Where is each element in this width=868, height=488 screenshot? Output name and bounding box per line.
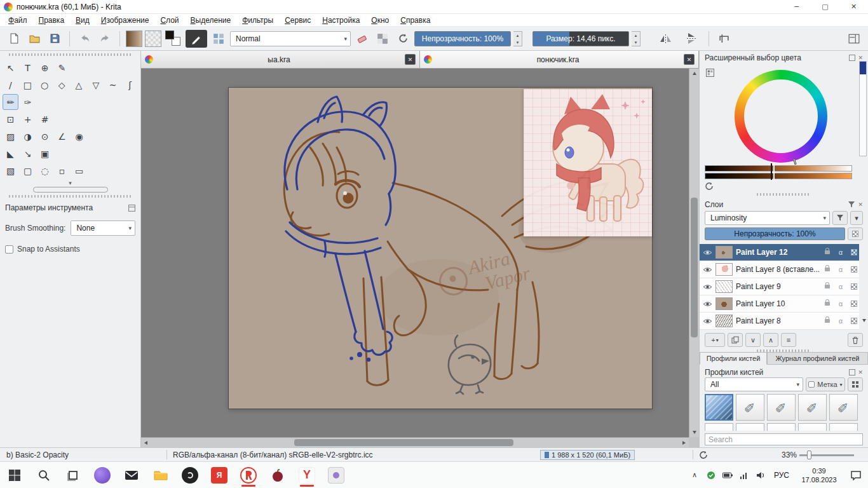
tool-reference-images[interactable]: ▣ [37, 146, 53, 161]
shade-strip-2[interactable] [705, 173, 852, 179]
delete-layer-button[interactable] [848, 333, 863, 347]
saturation-value-triangle[interactable] [735, 70, 827, 163]
menu-view[interactable]: Вид [70, 15, 95, 26]
layer-alpha-icon[interactable]: α [836, 317, 846, 325]
preset-search-input[interactable] [705, 433, 863, 445]
spin-down-icon[interactable]: ▾ [513, 39, 522, 46]
layer-alpha-icon[interactable]: α [836, 248, 846, 256]
menu-window[interactable]: Окно [365, 15, 395, 26]
scroll-up-arrow[interactable] [689, 69, 700, 79]
tool-ellipse[interactable]: ○ [37, 77, 53, 93]
layer-alpha-icon[interactable]: α [836, 300, 846, 308]
layer-view-options-button[interactable]: ▾ [850, 211, 863, 225]
pattern-swatch[interactable] [145, 30, 161, 47]
tool-rectangle[interactable]: □ [20, 77, 36, 93]
layer-visibility-icon[interactable] [702, 301, 712, 308]
shade-strip-handle[interactable] [771, 163, 775, 180]
maximize-button[interactable]: ▢ [811, 0, 839, 13]
tool-calligraphy[interactable]: ✎ [54, 60, 70, 76]
float-docker-icon[interactable] [849, 369, 855, 376]
scroll-right-arrow[interactable] [679, 438, 689, 448]
tool-color-sampler[interactable]: ◑ [20, 128, 36, 144]
snap-assistants-checkbox[interactable] [5, 245, 13, 254]
volume-icon[interactable] [752, 462, 769, 488]
color-history-icon[interactable] [705, 182, 714, 191]
preset-filter-select[interactable]: All ▾ [705, 377, 803, 391]
menu-help[interactable]: Справка [395, 15, 436, 26]
spin-up-icon[interactable]: ▴ [513, 32, 522, 39]
horizontal-scrollbar[interactable] [141, 437, 689, 447]
layer-visibility-icon[interactable] [702, 318, 712, 325]
brush-preset[interactable]: ✏ [767, 423, 796, 431]
tool-select-shapes[interactable]: ↖ [3, 60, 18, 76]
reload-preset-button[interactable] [394, 30, 412, 48]
size-spinner[interactable]: ▴▾ [632, 31, 641, 46]
spin-up-icon[interactable]: ▴ [632, 32, 640, 39]
tool-pattern-edit[interactable]: ⊙ [37, 128, 53, 144]
tool-select-freehand[interactable]: ▫ [54, 163, 70, 179]
tool-select-polygonal[interactable]: ◌ [37, 163, 53, 179]
reference-image[interactable] [524, 89, 652, 236]
tool-freehand-brush[interactable]: ✏ [3, 94, 18, 110]
tool-select-similar[interactable]: ▭ [71, 163, 87, 179]
tool-polygon[interactable]: ◇ [54, 77, 70, 93]
app-file-explorer-icon[interactable] [146, 462, 175, 488]
app-mail-icon[interactable] [117, 462, 146, 488]
save-button[interactable] [46, 30, 64, 48]
layer-row-paint-layer-12[interactable]: Paint Layer 12 α [700, 244, 859, 261]
tool-smart-patch[interactable]: ↘ [20, 146, 36, 161]
brush-preset[interactable]: ✏ [829, 423, 858, 431]
docker-menu-icon[interactable] [128, 205, 135, 212]
redo-button[interactable] [96, 30, 114, 48]
layers-filter-icon[interactable] [848, 201, 855, 208]
close-button[interactable]: ✕ [839, 0, 868, 13]
layer-properties-button[interactable]: ≡ [781, 333, 796, 347]
add-layer-button[interactable]: +▾ [705, 333, 725, 347]
tool-assistants[interactable]: ◣ [3, 146, 18, 161]
layer-row-paint-layer-10[interactable]: Paint Layer 10 α [700, 295, 859, 313]
layer-inherit-alpha-icon[interactable] [849, 249, 859, 255]
menu-settings[interactable]: Настройка [316, 15, 365, 26]
mirror-horizontal-button[interactable] [654, 30, 677, 48]
docker-drag-handle[interactable] [757, 193, 811, 196]
blending-mode-select[interactable]: Normal ▾ [230, 31, 351, 46]
task-view-button[interactable] [58, 462, 88, 488]
canvas-viewport[interactable]: Akira Vapor [141, 69, 689, 437]
brush-preset[interactable]: ✏ [767, 394, 796, 421]
color-history-strip[interactable] [859, 61, 867, 156]
document-tab-2[interactable]: понючик.kra ✕ [420, 51, 699, 68]
zoom-slider-handle[interactable] [807, 451, 811, 459]
brush-editor-button[interactable] [186, 30, 207, 48]
brush-preset[interactable]: ✏ [736, 394, 764, 421]
scroll-down-arrow[interactable] [689, 427, 700, 437]
tag-button[interactable]: Метка ▾ [806, 377, 845, 391]
mirror-vertical-button[interactable] [680, 30, 703, 48]
action-center-icon[interactable] [844, 462, 868, 488]
tool-dynamic-brush[interactable]: ʃ [122, 77, 138, 93]
tool-multibrush[interactable]: ✑ [20, 94, 36, 110]
minimize-button[interactable]: ─ [782, 0, 811, 13]
layer-blending-mode-select[interactable]: Luminosity ▾ [705, 211, 830, 225]
move-layer-up-button[interactable]: ∧ [763, 333, 778, 347]
float-docker-icon[interactable] [849, 55, 855, 61]
battery-icon[interactable] [719, 462, 736, 488]
wrap-around-button[interactable] [715, 30, 733, 48]
tool-select-rectangular[interactable]: ▧ [3, 163, 18, 179]
tool-gradient[interactable]: ▨ [3, 128, 18, 144]
layer-alpha-icon[interactable]: α [836, 266, 846, 273]
new-document-button[interactable] [5, 30, 23, 48]
start-button[interactable] [0, 462, 29, 488]
layer-lock-icon[interactable] [822, 268, 832, 271]
tool-move[interactable]: + [20, 111, 36, 127]
tool-bezier[interactable]: ▽ [88, 77, 104, 93]
layer-inherit-alpha-icon[interactable] [849, 283, 859, 290]
opacity-spinner[interactable]: ▴▾ [513, 31, 522, 46]
toolbox-scroll-pill[interactable] [33, 187, 108, 193]
tab-brush-presets[interactable]: Профили кистей [700, 352, 767, 365]
gradient-swatch[interactable] [126, 30, 142, 47]
foreground-color-swatch[interactable] [165, 30, 174, 39]
close-tab-icon[interactable]: ✕ [684, 54, 695, 65]
brush-presets-button[interactable] [210, 30, 227, 48]
horizontal-scroll-handle[interactable] [294, 439, 513, 446]
app-dark-browser-icon[interactable] [175, 462, 205, 488]
